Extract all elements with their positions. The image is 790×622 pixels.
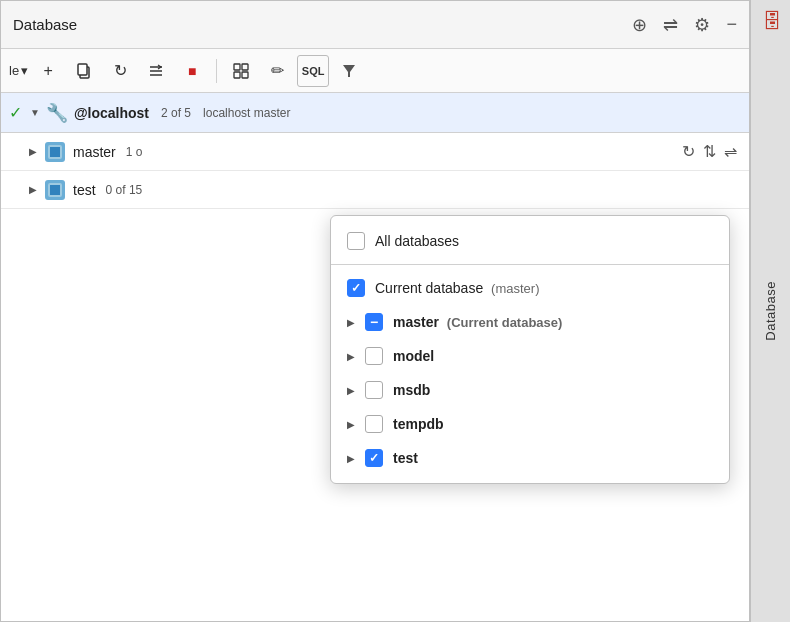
expand-triangle-tempdb[interactable]: ▶ [347, 419, 355, 430]
checkbox-master[interactable] [365, 313, 383, 331]
dropdown-item-model[interactable]: ▶ model [331, 339, 729, 373]
item-label-model: model [393, 348, 434, 364]
collapse-triangle-icon[interactable]: ▼ [30, 107, 40, 118]
toolbar: le ▾ + ↻ ■ [1, 49, 749, 93]
row-sort1-icon[interactable]: ⇅ [703, 142, 716, 161]
expand-triangle-master[interactable]: ▶ [347, 317, 355, 328]
panel-title: Database [13, 16, 77, 33]
svg-rect-1 [78, 64, 87, 75]
sidebar-tab-label: Database [763, 281, 778, 341]
settings-icon[interactable]: ⚙ [694, 14, 710, 36]
svg-marker-9 [343, 65, 355, 77]
item-label-all-databases: All databases [375, 233, 459, 249]
server-row[interactable]: ✓ ▼ 🔧 @localhost 2 of 5 localhost master [1, 93, 749, 133]
db-badge-test: 0 of 15 [106, 183, 143, 197]
item-label-tempdb: tempdb [393, 416, 444, 432]
svg-rect-6 [242, 64, 248, 70]
chevron-down-icon: ▾ [21, 63, 28, 78]
database-filter-dropdown: All databases Current database (master) … [330, 215, 730, 484]
checkbox-msdb[interactable] [365, 381, 383, 399]
sidebar-tab[interactable]: 🗄 Database [750, 0, 790, 622]
row-refresh-icon[interactable]: ↻ [682, 142, 695, 161]
file-dropdown[interactable]: le ▾ [9, 63, 28, 78]
edit-button[interactable]: ✏ [261, 55, 293, 87]
item-label-test: test [393, 450, 418, 466]
item-sublabel-master: (Current database) [447, 315, 563, 330]
row-sort2-icon[interactable]: ⇌ [724, 142, 737, 161]
dropdown-item-tempdb[interactable]: ▶ tempdb [331, 407, 729, 441]
title-bar-icons: ⊕ ⇌ ⚙ − [632, 14, 737, 36]
minimize-icon[interactable]: − [726, 14, 737, 35]
svg-rect-5 [234, 64, 240, 70]
filter2-button[interactable] [140, 55, 172, 87]
checkmark-icon: ✓ [9, 103, 22, 122]
dropdown-item-msdb[interactable]: ▶ msdb [331, 373, 729, 407]
toolbar-divider [216, 59, 217, 83]
sql-button[interactable]: SQL [297, 55, 329, 87]
db-badge-master: 1 o [126, 145, 143, 159]
checkbox-model[interactable] [365, 347, 383, 365]
dropdown-item-all-databases[interactable]: All databases [331, 224, 729, 258]
grid-button[interactable] [225, 55, 257, 87]
db-expand-icon-test[interactable]: ▶ [29, 184, 37, 195]
refresh-button[interactable]: ↻ [104, 55, 136, 87]
dropdown-item-master[interactable]: ▶ master (Current database) [331, 305, 729, 339]
server-icon: 🔧 [46, 102, 68, 124]
db-row-master[interactable]: ▶ master 1 o ↻ ⇅ ⇌ [1, 133, 749, 171]
svg-rect-8 [242, 72, 248, 78]
server-master-label: localhost master [203, 106, 290, 120]
db-expand-icon-master[interactable]: ▶ [29, 146, 37, 157]
expand-triangle-msdb[interactable]: ▶ [347, 385, 355, 396]
dropdown-item-current-database[interactable]: Current database (master) [331, 271, 729, 305]
server-name: @localhost [74, 105, 149, 121]
item-label-current-database: Current database (master) [375, 280, 539, 296]
checkbox-tempdb[interactable] [365, 415, 383, 433]
checkbox-all-databases[interactable] [347, 232, 365, 250]
svg-rect-7 [234, 72, 240, 78]
title-bar: Database ⊕ ⇌ ⚙ − [1, 1, 749, 49]
row-actions: ↻ ⇅ ⇌ [682, 142, 749, 161]
copy-button[interactable] [68, 55, 100, 87]
distribute-icon[interactable]: ⇌ [663, 14, 678, 36]
db-icon-master [45, 142, 65, 162]
checkbox-test[interactable] [365, 449, 383, 467]
checkbox-current-database[interactable] [347, 279, 365, 297]
item-label-master: master (Current database) [393, 314, 562, 330]
expand-triangle-model[interactable]: ▶ [347, 351, 355, 362]
dropdown-divider [331, 264, 729, 265]
db-row-test[interactable]: ▶ test 0 of 15 [1, 171, 749, 209]
add-button[interactable]: + [32, 55, 64, 87]
add-connection-icon[interactable]: ⊕ [632, 14, 647, 36]
db-name-test: test [73, 182, 96, 198]
expand-triangle-test[interactable]: ▶ [347, 453, 355, 464]
dropdown-item-test[interactable]: ▶ test [331, 441, 729, 475]
db-icon-test [45, 180, 65, 200]
stop-button[interactable]: ■ [176, 55, 208, 87]
db-name-master: master [73, 144, 116, 160]
file-label: le [9, 63, 19, 78]
tree-area: ✓ ▼ 🔧 @localhost 2 of 5 localhost master… [1, 93, 749, 209]
item-sublabel-current-database: (master) [491, 281, 539, 296]
server-badge: 2 of 5 [161, 106, 191, 120]
filter-button[interactable] [333, 55, 365, 87]
database-tab-icon: 🗄 [762, 10, 782, 33]
item-label-msdb: msdb [393, 382, 430, 398]
